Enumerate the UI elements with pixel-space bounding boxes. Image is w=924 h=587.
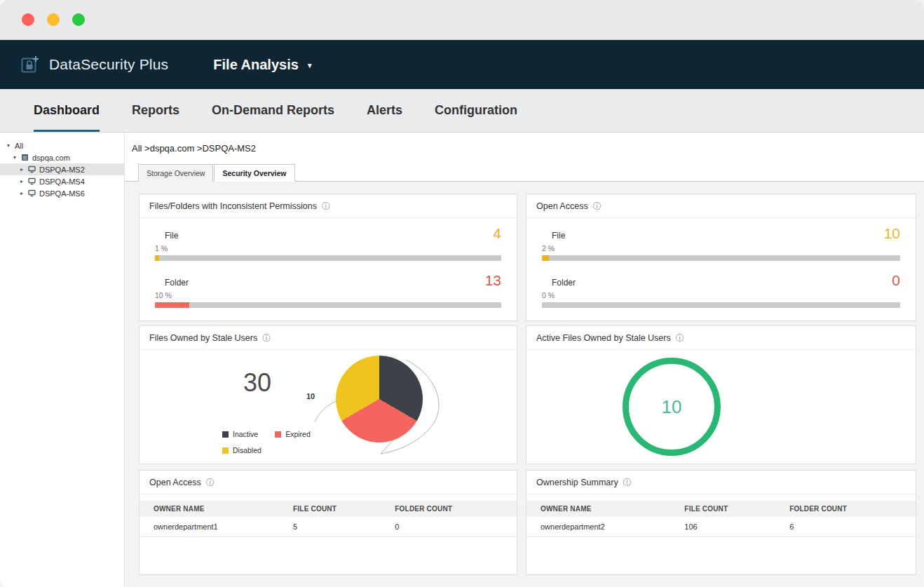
main-content: All >dspqa.com >DSPQA-MS2 Storage Overvi… [125, 133, 924, 587]
server-tree-sidebar: ▾ All ▾ dspqa.com ▸ DSPQA-MS2 ▸ [0, 133, 125, 587]
column-header: OWNER NAME [526, 501, 670, 517]
caret-right-icon: ▸ [19, 178, 25, 184]
tab-configuration[interactable]: Configuration [435, 89, 517, 132]
card-title-text: Open Access [149, 478, 201, 487]
card-files-owned-stale-users: Files Owned by Stale Users ⓘ 30 10 [139, 325, 517, 464]
open-access-table: OWNER NAME FILE COUNT FOLDER COUNT owner… [140, 501, 517, 537]
gauge-percent: 10 % [155, 291, 501, 299]
chevron-down-icon: ▼ [306, 60, 313, 69]
caret-right-icon: ▸ [19, 166, 25, 173]
tree-item-label: dspqa.com [32, 154, 70, 162]
gauge-folder: Folder 0 0 % [542, 272, 900, 308]
cell-folder-count: 6 [775, 517, 916, 537]
ownership-summary-table: OWNER NAME FILE COUNT FOLDER COUNT owner… [526, 501, 916, 537]
gauge-label: Folder [552, 278, 576, 288]
module-selector[interactable]: File Analysis ▼ [213, 57, 313, 73]
tree-item-label: All [15, 142, 23, 150]
legend-item-disabled[interactable]: Disabled [222, 446, 261, 454]
card-open-access-gauges: Open Access ⓘ File 10 2 % Folder [526, 194, 916, 321]
app-name: DataSecurity Plus [49, 56, 168, 73]
progress-bar [542, 302, 900, 308]
card-active-files-stale-users: Active Files Owned by Stale Users ⓘ 10 [526, 325, 916, 464]
gauge-label: File [552, 231, 565, 241]
legend-item-expired[interactable]: Expired [275, 430, 311, 438]
legend-swatch [222, 431, 229, 438]
body-area: ▾ All ▾ dspqa.com ▸ DSPQA-MS2 ▸ [0, 133, 924, 587]
column-header: FOLDER COUNT [381, 501, 517, 517]
tree-item-server-2[interactable]: ▸ DSPQA-MS4 [0, 175, 124, 187]
tab-on-demand-reports[interactable]: On-Demand Reports [212, 89, 334, 132]
card-title: Files/Folders with Inconsistent Permissi… [140, 194, 517, 218]
card-title: Active Files Owned by Stale Users ⓘ [526, 326, 916, 350]
gauge-label: Folder [165, 278, 189, 288]
cell-owner-name: ownerdepartment2 [526, 517, 670, 537]
column-header: FOLDER COUNT [775, 501, 916, 517]
card-title-text: Open Access [536, 201, 588, 211]
module-selector-label: File Analysis [213, 57, 299, 73]
table-header-row: OWNER NAME FILE COUNT FOLDER COUNT [526, 501, 916, 517]
close-window-button[interactable] [22, 13, 34, 26]
info-icon[interactable]: ⓘ [262, 334, 271, 342]
card-title: Ownership Summary ⓘ [526, 471, 916, 494]
gauge-value: 13 [485, 272, 501, 289]
minimize-window-button[interactable] [47, 13, 60, 26]
gauge-file: File 4 1 % [155, 225, 501, 261]
titlebar [0, 0, 924, 40]
main-nav: Dashboard Reports On-Demand Reports Aler… [0, 89, 924, 133]
card-title-text: Ownership Summary [536, 478, 618, 487]
pie-callout-value: 10 [306, 392, 315, 400]
info-icon[interactable]: ⓘ [206, 478, 215, 487]
caret-right-icon: ▸ [19, 190, 25, 196]
tab-security-overview[interactable]: Security Overview [214, 164, 294, 182]
legend-item-inactive[interactable]: Inactive [222, 430, 258, 438]
tab-reports[interactable]: Reports [132, 89, 179, 132]
tree-item-domain[interactable]: ▾ dspqa.com [0, 151, 124, 163]
server-icon [28, 166, 36, 173]
gauge-percent: 0 % [542, 291, 900, 299]
breadcrumb: All >dspqa.com >DSPQA-MS2 [125, 133, 924, 158]
card-open-access-table: Open Access ⓘ OWNER NAME FILE COUNT FOLD… [139, 470, 517, 575]
tree-item-server-3[interactable]: ▸ DSPQA-MS6 [0, 187, 124, 199]
gauge-value: 4 [493, 225, 501, 242]
tree-item-server-1[interactable]: ▸ DSPQA-MS2 [0, 163, 124, 175]
pie-total-value: 30 [243, 368, 271, 398]
info-icon[interactable]: ⓘ [623, 478, 632, 487]
card-ownership-summary: Ownership Summary ⓘ OWNER NAME FILE COUN… [526, 470, 916, 575]
overview-tabstrip: Storage Overview Security Overview [125, 164, 924, 182]
domain-icon [21, 154, 29, 161]
card-title-text: Active Files Owned by Stale Users [536, 333, 671, 343]
card-inconsistent-permissions: Files/Folders with Inconsistent Permissi… [139, 194, 517, 321]
table-row[interactable]: ownerdepartment1 5 0 [140, 517, 517, 537]
tree-item-all[interactable]: ▾ All [0, 140, 124, 151]
column-header: OWNER NAME [140, 501, 279, 517]
column-header: FILE COUNT [279, 501, 381, 517]
app-header: DataSecurity Plus File Analysis ▼ [0, 40, 924, 89]
gauge-folder: Folder 13 10 % [155, 272, 501, 308]
tab-dashboard[interactable]: Dashboard [34, 89, 100, 132]
info-icon[interactable]: ⓘ [593, 202, 602, 210]
card-title: Open Access ⓘ [140, 471, 517, 494]
column-header: FILE COUNT [670, 501, 775, 517]
cell-owner-name: ownerdepartment1 [140, 517, 279, 537]
gauge-label: File [165, 231, 178, 241]
tree-item-label: DSPQA-MS2 [39, 166, 85, 174]
tree-item-label: DSPQA-MS4 [39, 177, 85, 186]
legend-swatch [275, 431, 281, 438]
gauge-percent: 1 % [155, 244, 501, 252]
tree-item-label: DSPQA-MS6 [39, 189, 85, 198]
active-stale-donut-ring: 10 [623, 358, 721, 456]
table-row[interactable]: ownerdepartment2 106 6 [526, 517, 916, 537]
info-icon[interactable]: ⓘ [676, 334, 684, 342]
progress-bar [542, 255, 900, 261]
tab-alerts[interactable]: Alerts [367, 89, 402, 132]
card-title: Open Access ⓘ [526, 194, 916, 218]
progress-bar [155, 302, 501, 308]
donut-value: 10 [662, 396, 682, 418]
zoom-window-button[interactable] [72, 13, 85, 26]
gauge-value: 0 [892, 272, 900, 289]
legend-swatch [222, 447, 229, 454]
progress-bar [155, 255, 501, 261]
card-title: Files Owned by Stale Users ⓘ [140, 326, 517, 350]
tab-storage-overview[interactable]: Storage Overview [138, 164, 213, 182]
info-icon[interactable]: ⓘ [322, 202, 330, 210]
